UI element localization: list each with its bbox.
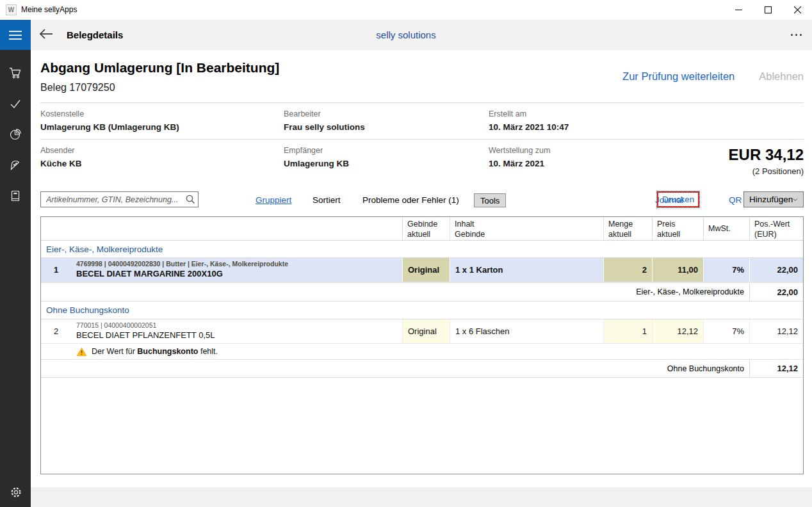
group-footer-value: 22,00 <box>749 283 803 301</box>
col-gebinde: Gebindeaktuell <box>402 217 450 240</box>
tools-button[interactable]: Tools <box>474 193 506 207</box>
document-total: EUR 34,12 (2 Positionen) <box>729 146 804 176</box>
pie-chart-icon <box>9 128 22 141</box>
problems-filter[interactable]: Probleme oder Fehler (1) <box>362 195 459 205</box>
search-box[interactable] <box>40 191 199 207</box>
field-kostenstelle: Kostenstelle Umlagerung KB (Umlagerung K… <box>40 109 252 132</box>
mwst-cell: 7% <box>703 258 749 282</box>
print-link[interactable]: Drucken <box>657 191 699 207</box>
app-icon: W <box>6 4 17 15</box>
field-bearbeiter: Bearbeiter Frau selly solutions <box>284 109 495 132</box>
group-header: Ohne Buchungskonto <box>41 302 803 319</box>
field-wertstellung: Wertstellung zum 10. März 2021 <box>489 146 700 168</box>
chevron-down-icon <box>793 198 798 202</box>
minimize-button[interactable] <box>724 0 753 20</box>
col-mwst: MwSt. <box>703 217 749 240</box>
field-empfaenger: Empfänger Umlagerung KB <box>284 146 495 168</box>
bottom-strip <box>31 487 812 507</box>
article-info: 4769998 | 04000492002830 | Butter | Eier… <box>76 260 288 268</box>
mwst-cell: 7% <box>703 319 749 343</box>
row-number: 2 <box>41 319 71 343</box>
grouped-toggle[interactable]: Gruppiert <box>256 195 291 205</box>
gebinde-cell[interactable]: Original <box>402 319 450 343</box>
sorted-toggle[interactable]: Sortiert <box>313 195 341 205</box>
article-name: BECEL DIAET MARGARINE 200X10G <box>76 269 223 280</box>
total-amount: EUR 34,12 <box>729 146 804 164</box>
warning-text: Der Wert für Buchungskonto fehlt. <box>92 347 218 356</box>
forward-for-review-button[interactable]: Zur Prüfung weiterleiten <box>622 70 735 83</box>
sidebar-item-food[interactable] <box>9 159 22 172</box>
article-cell: 770015 | 04000400002051 BECEL DIAET PFLA… <box>71 319 402 343</box>
ellipsis-icon <box>791 34 793 36</box>
app-window: W Meine sellyApps Belegdetails selly sol… <box>0 0 812 507</box>
book-icon <box>9 189 22 202</box>
position-count: (2 Positionen) <box>729 166 804 176</box>
col-menge: Mengeaktuell <box>603 217 652 240</box>
divider <box>40 139 804 140</box>
menge-cell[interactable]: 1 <box>603 319 652 343</box>
add-button[interactable]: Hinzufügen <box>743 191 804 207</box>
table-header-row: Gebindeaktuell InhaltGebinde Mengeaktuel… <box>41 217 803 241</box>
col-pos-wert: Pos.-Wert(EUR) <box>749 217 803 240</box>
preis-cell[interactable]: 12,12 <box>652 319 703 343</box>
document-number: Beleg 17079250 <box>40 82 115 93</box>
checkmark-icon <box>9 97 22 110</box>
preis-cell[interactable]: 11,00 <box>652 258 703 282</box>
table-row[interactable]: 2 770015 | 04000400002051 BECEL DIAET PF… <box>41 319 803 344</box>
reject-button: Ablehnen <box>759 70 804 83</box>
gebinde-cell[interactable]: Original <box>402 258 450 282</box>
pos-wert-cell: 22,00 <box>749 258 803 282</box>
document-title: Abgang Umlagerung [In Bearbeitung] <box>40 60 279 76</box>
pos-wert-cell: 12,12 <box>749 319 803 343</box>
gear-icon <box>9 485 23 499</box>
field-erstellt-am: Erstellt am 10. März 2021 10:47 <box>489 109 700 132</box>
divider <box>40 102 804 103</box>
sidebar-item-settings[interactable] <box>9 485 22 498</box>
group-footer-label: Eier-, Käse-, Molkereiprodukte <box>41 283 749 301</box>
search-input[interactable] <box>41 195 184 204</box>
header-bar: Belegdetails selly solutions <box>0 20 812 50</box>
inhalt-cell: 1 x 1 Karton <box>450 258 603 282</box>
center-title: selly solutions <box>0 29 812 40</box>
group-footer: Eier-, Käse-, Molkereiprodukte 22,00 <box>41 282 803 302</box>
main-content: Abgang Umlagerung [In Bearbeitung] Beleg… <box>31 50 812 487</box>
sidebar-nav <box>0 50 31 507</box>
warning-icon <box>76 347 87 357</box>
window-title: Meine sellyApps <box>21 5 77 14</box>
maximize-button[interactable] <box>753 0 783 20</box>
article-name: BECEL DIAET PFLANZENFETT 0,5L <box>76 330 215 341</box>
close-icon <box>794 6 801 13</box>
search-icon <box>184 193 198 206</box>
col-preis: Preisaktuell <box>652 217 703 240</box>
group-footer: Ohne Buchungskonto 12,12 <box>41 359 803 378</box>
col-inhalt: InhaltGebinde <box>450 217 603 240</box>
sidebar-item-catalog[interactable] <box>9 189 22 202</box>
pizza-slice-icon <box>9 159 22 172</box>
group-footer-label: Ohne Buchungskonto <box>41 360 749 377</box>
group-footer-value: 12,12 <box>749 360 803 377</box>
title-bar: W Meine sellyApps <box>0 0 812 20</box>
article-cell: 4769998 | 04000492002830 | Butter | Eier… <box>71 258 402 282</box>
row-number: 1 <box>41 258 71 282</box>
sidebar-item-tasks[interactable] <box>9 97 22 110</box>
sidebar-item-reports[interactable] <box>9 128 22 141</box>
table-row[interactable]: 1 4769998 | 04000492002830 | Butter | Ei… <box>41 258 803 282</box>
field-absender: Absender Küche KB <box>40 146 252 168</box>
table-empty-area <box>41 378 803 474</box>
inhalt-cell: 1 x 6 Flaschen <box>450 319 603 343</box>
warning-row: Der Wert für Buchungskonto fehlt. <box>41 344 803 359</box>
menge-cell[interactable]: 2 <box>603 258 652 282</box>
group-header: Eier-, Käse-, Molkereiprodukte <box>41 241 803 258</box>
more-button[interactable] <box>790 30 803 40</box>
close-button[interactable] <box>783 0 812 20</box>
maximize-icon <box>765 6 772 13</box>
minimize-icon <box>735 6 742 13</box>
positions-table: Gebindeaktuell InhaltGebinde Mengeaktuel… <box>40 216 804 474</box>
sidebar-item-cart[interactable] <box>9 67 22 79</box>
article-info: 770015 | 04000400002051 <box>76 321 156 330</box>
cart-icon <box>9 67 22 79</box>
